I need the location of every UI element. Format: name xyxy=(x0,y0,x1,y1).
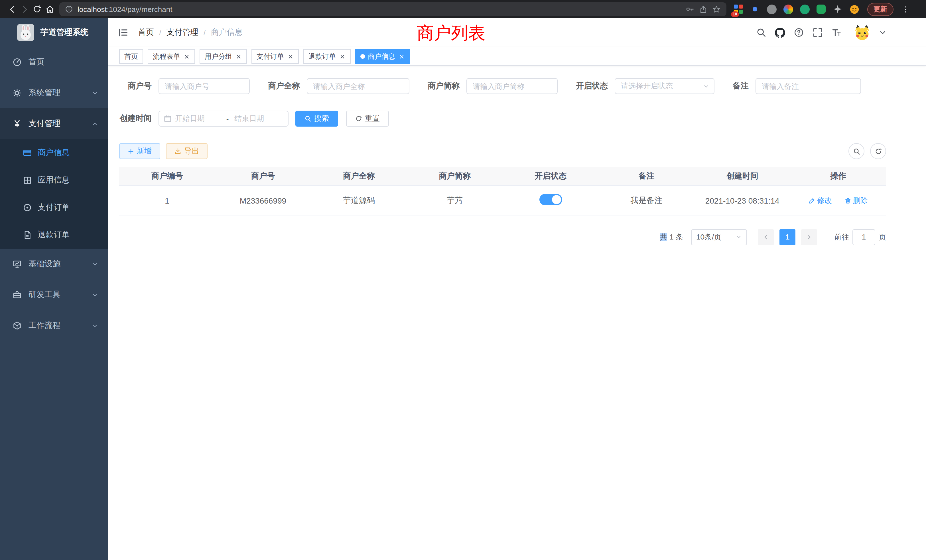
browser-menu-icon[interactable] xyxy=(899,3,912,15)
reset-button[interactable]: 重置 xyxy=(346,110,389,127)
column-header: 商户号 xyxy=(215,167,311,185)
date-range-picker[interactable]: 开始日期 - 结束日期 xyxy=(159,110,289,127)
search-button[interactable]: 搜索 xyxy=(295,110,338,127)
column-header: 开启状态 xyxy=(502,167,598,185)
sidebar-item-label: 应用信息 xyxy=(38,175,70,185)
tab-user-group[interactable]: 用户分组 xyxy=(200,49,247,64)
tab-process-form[interactable]: 流程表单 xyxy=(148,49,195,64)
share-icon[interactable] xyxy=(699,5,708,14)
back-icon[interactable] xyxy=(6,3,18,15)
page-size-select[interactable]: 10条/页 xyxy=(691,229,747,245)
browser-extension-icon[interactable] xyxy=(832,4,843,14)
font-size-icon[interactable] xyxy=(831,27,841,38)
sidebar-item-label: 工作流程 xyxy=(29,321,61,331)
breadcrumb-item[interactable]: 支付管理 xyxy=(166,27,198,38)
tab-pay-orders[interactable]: 支付订单 xyxy=(251,49,299,64)
cell-create-time: 2021-10-23 08:31:14 xyxy=(694,185,790,216)
sidebar-item-pay-orders[interactable]: 支付订单 xyxy=(0,194,108,221)
help-icon[interactable] xyxy=(794,27,804,38)
extensions-grid-icon[interactable]: 10 xyxy=(733,4,743,14)
page-number-button[interactable]: 1 xyxy=(779,229,796,245)
chevron-down-icon xyxy=(91,89,98,96)
status-select[interactable]: 请选择开启状态 xyxy=(615,78,714,94)
site-info-icon[interactable] xyxy=(65,5,73,13)
remark-input[interactable] xyxy=(755,78,861,94)
logo-avatar xyxy=(17,24,34,41)
table-toolbar: 新增 导出 xyxy=(119,143,886,159)
sidebar-item-label: 支付订单 xyxy=(38,203,70,213)
forward-icon[interactable] xyxy=(18,3,31,15)
hamburger-icon[interactable] xyxy=(118,27,129,38)
app-title: 芋道管理系统 xyxy=(41,27,88,38)
user-avatar[interactable] xyxy=(853,24,871,41)
close-icon[interactable] xyxy=(339,53,345,60)
sidebar-menu: 首页 系统管理 支付管理 xyxy=(0,47,108,341)
close-icon[interactable] xyxy=(183,53,190,60)
column-header: 操作 xyxy=(790,167,886,185)
close-icon[interactable] xyxy=(398,53,405,60)
sidebar-item-home[interactable]: 首页 xyxy=(0,47,108,77)
column-header: 商户编号 xyxy=(119,167,215,185)
goto-unit: 页 xyxy=(879,232,886,242)
sidebar-item-label: 退款订单 xyxy=(38,230,70,240)
password-key-icon[interactable] xyxy=(685,5,694,14)
browser-extension-icon[interactable] xyxy=(783,4,793,14)
home-icon[interactable] xyxy=(43,3,56,15)
fullscreen-icon[interactable] xyxy=(813,27,823,38)
search-icon[interactable] xyxy=(756,27,766,38)
export-button[interactable]: 导出 xyxy=(166,143,207,159)
column-header: 商户全称 xyxy=(311,167,407,185)
sidebar-item-label: 支付管理 xyxy=(29,119,61,129)
cube-icon xyxy=(12,321,22,330)
goto-page-input[interactable] xyxy=(852,229,875,245)
browser-extension-icon[interactable] xyxy=(849,4,859,14)
tab-home[interactable]: 首页 xyxy=(119,49,143,64)
chevron-down-icon xyxy=(91,322,98,329)
edit-button[interactable]: 修改 xyxy=(808,195,832,206)
tab-refund-orders[interactable]: 退款订单 xyxy=(303,49,351,64)
breadcrumb-item[interactable]: 首页 xyxy=(138,27,154,38)
merchant-no-input[interactable] xyxy=(159,78,250,94)
browser-extension-icon[interactable] xyxy=(799,4,809,14)
next-page-button[interactable] xyxy=(801,229,817,245)
goto-label: 前往 xyxy=(834,232,849,242)
add-button[interactable]: 新增 xyxy=(119,143,160,159)
browser-extension-icon[interactable] xyxy=(766,4,776,14)
address-bar[interactable]: localhost:1024/pay/merchant xyxy=(59,2,726,16)
date-separator: - xyxy=(224,114,231,123)
breadcrumb-separator: / xyxy=(159,28,161,37)
date-start-placeholder[interactable]: 开始日期 xyxy=(172,114,224,124)
status-toggle[interactable] xyxy=(539,194,562,205)
sidebar-item-system[interactable]: 系统管理 xyxy=(0,77,108,108)
sidebar-item-refund-orders[interactable]: 退款订单 xyxy=(0,221,108,249)
prev-page-button[interactable] xyxy=(758,229,774,245)
toggle-search-button[interactable] xyxy=(849,143,864,159)
cell-operations: 修改 删除 xyxy=(790,185,886,216)
reload-icon[interactable] xyxy=(31,3,43,15)
sidebar-item-workflow[interactable]: 工作流程 xyxy=(0,310,108,341)
merchant-name-input[interactable] xyxy=(307,78,409,94)
refresh-button[interactable] xyxy=(870,143,886,159)
github-icon[interactable] xyxy=(775,27,785,38)
date-end-placeholder[interactable]: 结束日期 xyxy=(231,114,283,124)
caret-down-icon[interactable] xyxy=(879,27,886,38)
close-icon[interactable] xyxy=(235,53,242,60)
delete-button[interactable]: 删除 xyxy=(844,195,868,206)
yen-icon xyxy=(12,119,22,128)
pagination: 共1 条 10条/页 1 前往 页 xyxy=(119,229,886,245)
sidebar-item-app-info[interactable]: 应用信息 xyxy=(0,166,108,194)
sidebar-item-merchant-info[interactable]: 商户信息 xyxy=(0,139,108,166)
sidebar-item-infrastructure[interactable]: 基础设施 xyxy=(0,249,108,279)
tab-merchant-info[interactable]: 商户信息 xyxy=(355,49,410,64)
sidebar-item-payment[interactable]: 支付管理 xyxy=(0,108,108,139)
sidebar-item-dev-tools[interactable]: 研发工具 xyxy=(0,279,108,310)
main-area: 商户列表 首页 / 支付管理 / 商户信息 xyxy=(108,18,926,560)
browser-update-button[interactable]: 更新 xyxy=(867,3,894,16)
chevron-down-icon xyxy=(91,260,98,268)
merchant-short-input[interactable] xyxy=(466,78,558,94)
monitor-icon xyxy=(12,259,22,269)
column-header: 创建时间 xyxy=(694,167,790,185)
browser-extension-icon[interactable] xyxy=(816,4,826,14)
bookmark-star-icon[interactable] xyxy=(712,5,721,14)
close-icon[interactable] xyxy=(287,53,294,60)
